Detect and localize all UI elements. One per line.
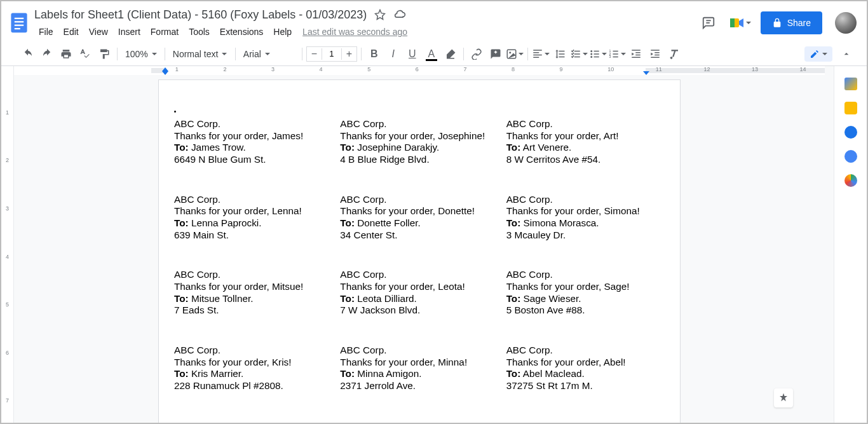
numbered-list-button[interactable]: 123	[608, 45, 626, 63]
keep-icon[interactable]	[844, 102, 857, 114]
document-scroll[interactable]: ABC Corp.Thanks for your order, James!To…	[14, 75, 825, 423]
mailing-label: ABC Corp.Thanks for your order, Lenna!To…	[174, 194, 332, 242]
svg-rect-2	[15, 21, 24, 22]
mailing-label: ABC Corp.Thanks for your order, Mitsue!T…	[174, 269, 332, 317]
menu-file[interactable]: File	[34, 24, 58, 39]
underline-button[interactable]: U	[403, 45, 421, 63]
svg-point-11	[509, 51, 511, 53]
maps-icon[interactable]	[844, 174, 857, 187]
menu-tools[interactable]: Tools	[184, 24, 214, 39]
font-size-decrease[interactable]: −	[307, 48, 322, 60]
svg-point-14	[590, 56, 592, 58]
toolbar: 100% Normal text Arial − + B I U A 123	[1, 42, 867, 66]
bullet-list-button[interactable]	[589, 45, 607, 63]
menu-insert[interactable]: Insert	[114, 24, 145, 39]
collapse-toolbar-button[interactable]	[837, 45, 855, 63]
zoom-select[interactable]: 100%	[121, 49, 161, 59]
side-panel	[834, 66, 867, 423]
insert-image-button[interactable]	[506, 45, 524, 63]
menu-edit[interactable]: Edit	[59, 24, 83, 39]
zoom-value: 100%	[125, 49, 148, 59]
toolbar-separator	[165, 48, 165, 60]
docs-logo-icon[interactable]	[6, 5, 32, 39]
font-size-control: − +	[306, 46, 357, 62]
svg-rect-4	[15, 28, 20, 29]
font-family-select[interactable]: Arial	[240, 49, 298, 59]
svg-rect-8	[730, 18, 735, 27]
increase-indent-button[interactable]	[646, 45, 664, 63]
last-edit-link[interactable]: Last edit was seconds ago	[302, 27, 407, 37]
menu-extensions[interactable]: Extensions	[215, 24, 268, 39]
mailing-label: ABC Corp.Thanks for your order, Josephin…	[340, 118, 498, 166]
share-button[interactable]: Share	[761, 11, 822, 34]
text-color-button[interactable]: A	[423, 45, 440, 63]
line-spacing-button[interactable]	[551, 45, 569, 63]
cloud-saved-icon[interactable]	[393, 8, 406, 21]
toolbar-separator	[361, 48, 362, 60]
insert-link-button[interactable]	[468, 45, 485, 63]
svg-point-13	[590, 53, 592, 55]
meet-icon[interactable]	[729, 11, 752, 34]
insert-comment-button[interactable]	[487, 45, 505, 63]
svg-rect-1	[15, 18, 24, 19]
print-button[interactable]	[57, 45, 75, 63]
indent-left-marker[interactable]	[162, 67, 168, 71]
decrease-indent-button[interactable]	[627, 45, 645, 63]
menu-bar: File Edit View Insert Format Tools Exten…	[34, 22, 697, 39]
redo-button[interactable]	[38, 45, 56, 63]
italic-button[interactable]: I	[384, 45, 402, 63]
mailing-label: ABC Corp.Thanks for your order, Donette!…	[340, 194, 498, 242]
user-avatar[interactable]	[835, 12, 857, 34]
font-family-value: Arial	[243, 49, 261, 59]
workspace: 123456789101112 123456789101112131415161…	[1, 66, 867, 423]
explore-button[interactable]	[774, 388, 793, 407]
spellcheck-button[interactable]	[76, 45, 94, 63]
font-size-input[interactable]	[322, 49, 341, 58]
checklist-button[interactable]	[570, 45, 588, 63]
document-page[interactable]: ABC Corp.Thanks for your order, James!To…	[159, 80, 680, 423]
title-block: Labels for Sheet1 (Client Data) - 5160 (…	[34, 5, 697, 39]
contacts-icon[interactable]	[844, 150, 857, 163]
paint-format-button[interactable]	[95, 45, 113, 63]
svg-point-12	[590, 50, 592, 52]
paragraph-style-value: Normal text	[173, 49, 219, 59]
mailing-label: ABC Corp.Thanks for your order, Art!To: …	[506, 118, 665, 166]
share-button-label: Share	[787, 18, 811, 28]
mailing-label: ABC Corp.Thanks for your order, Leota!To…	[340, 269, 498, 317]
mailing-label: ABC Corp.Thanks for your order, Cammy!To…	[506, 420, 665, 423]
star-icon[interactable]	[374, 9, 386, 20]
mailing-label: ABC Corp.Thanks for your order, Simona!T…	[506, 194, 665, 242]
text-cursor	[174, 111, 176, 113]
toolbar-separator	[463, 48, 464, 60]
bold-button[interactable]: B	[365, 45, 383, 63]
label-grid: ABC Corp.Thanks for your order, James!To…	[174, 118, 665, 423]
comment-history-icon[interactable]	[697, 11, 720, 34]
toolbar-separator	[235, 48, 236, 60]
highlight-button[interactable]	[442, 45, 459, 63]
doc-title[interactable]: Labels for Sheet1 (Client Data) - 5160 (…	[34, 8, 367, 22]
menu-help[interactable]: Help	[269, 24, 296, 39]
ruler-margin-right	[646, 68, 825, 73]
undo-button[interactable]	[19, 45, 37, 63]
mailing-label: ABC Corp.Thanks for your order, Graciela…	[340, 420, 498, 423]
svg-marker-9	[739, 18, 743, 27]
calendar-icon[interactable]	[844, 78, 857, 90]
menu-view[interactable]: View	[85, 24, 112, 39]
mailing-label: ABC Corp.Thanks for your order, Minna!To…	[340, 345, 498, 392]
svg-text:3: 3	[609, 55, 611, 58]
editing-mode-button[interactable]	[804, 46, 832, 62]
svg-rect-0	[11, 13, 27, 33]
tasks-icon[interactable]	[844, 126, 857, 139]
font-size-increase[interactable]: +	[341, 48, 356, 60]
mailing-label: ABC Corp.Thanks for your order, Kris!To:…	[174, 345, 332, 392]
horizontal-ruler[interactable]: 123456789101112131415161718192021	[14, 66, 825, 75]
mailing-label: ABC Corp.Thanks for your order, Sage!To:…	[506, 269, 665, 317]
svg-rect-3	[15, 25, 24, 26]
menu-format[interactable]: Format	[146, 24, 183, 39]
paragraph-style-select[interactable]: Normal text	[169, 49, 231, 59]
align-button[interactable]	[532, 45, 550, 63]
clear-format-button[interactable]	[665, 45, 683, 63]
toolbar-separator	[527, 48, 528, 60]
title-row: Labels for Sheet1 (Client Data) - 5160 (…	[34, 8, 697, 22]
vertical-ruler[interactable]: 123456789101112	[1, 66, 14, 423]
